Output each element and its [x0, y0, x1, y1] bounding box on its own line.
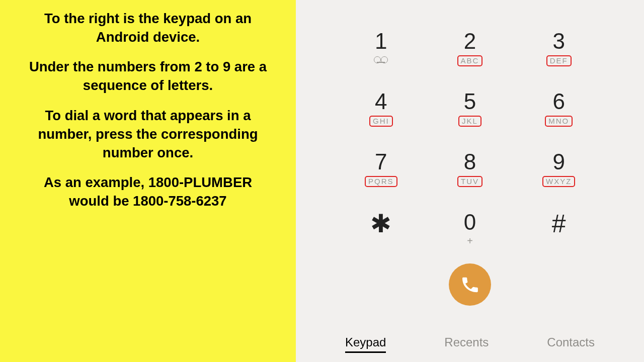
- instructions-panel: To the right is the keypad on an Android…: [0, 0, 296, 362]
- phone-keypad-screen: 1 2 ABC 3 DEF 4 GHI 5 JKL 6 MNO: [296, 0, 644, 362]
- digit-8: 8: [464, 151, 476, 173]
- letters-3: DEF: [546, 55, 572, 66]
- letters-9: WXYZ: [542, 176, 575, 187]
- key-3[interactable]: 3 DEF: [514, 30, 603, 78]
- letters-5: JKL: [458, 116, 481, 127]
- key-1[interactable]: 1: [337, 30, 426, 78]
- bottom-tabs: Keypad Recents Contacts: [296, 335, 644, 353]
- instruction-line-3: To dial a word that appears in a number,…: [22, 106, 274, 162]
- key-9[interactable]: 9 WXYZ: [514, 151, 603, 199]
- key-6[interactable]: 6 MNO: [514, 90, 603, 139]
- phone-icon: [460, 275, 480, 295]
- call-button[interactable]: [449, 263, 491, 306]
- letters-7: PQRS: [365, 176, 397, 187]
- symbol-star: ✱: [370, 211, 391, 236]
- key-2[interactable]: 2 ABC: [426, 30, 515, 78]
- key-5[interactable]: 5 JKL: [426, 90, 515, 139]
- key-hash[interactable]: #: [514, 211, 603, 259]
- digit-2: 2: [464, 30, 476, 52]
- letters-4: GHI: [369, 116, 393, 127]
- digit-6: 6: [552, 90, 565, 113]
- digit-5: 5: [464, 90, 476, 113]
- tab-keypad[interactable]: Keypad: [345, 335, 386, 353]
- instruction-line-2: Under the numbers from 2 to 9 are a sequ…: [22, 57, 274, 95]
- key-8[interactable]: 8 TUV: [426, 151, 515, 199]
- instruction-line-1: To the right is the keypad on an Android…: [22, 9, 274, 46]
- key-7[interactable]: 7 PQRS: [337, 151, 426, 199]
- digit-3: 3: [552, 30, 565, 52]
- key-4[interactable]: 4 GHI: [337, 90, 426, 139]
- digit-0: 0: [464, 211, 476, 233]
- key-0[interactable]: 0 +: [426, 211, 515, 259]
- key-star[interactable]: ✱: [337, 211, 426, 259]
- tab-recents[interactable]: Recents: [444, 335, 489, 353]
- letters-6: MNO: [545, 116, 573, 127]
- keypad-grid: 1 2 ABC 3 DEF 4 GHI 5 JKL 6 MNO: [337, 30, 603, 259]
- digit-7: 7: [375, 151, 387, 173]
- plus-sign: +: [467, 235, 473, 247]
- voicemail-icon: [374, 56, 388, 63]
- digit-1: 1: [375, 30, 387, 52]
- symbol-hash: #: [552, 211, 566, 236]
- digit-4: 4: [375, 90, 387, 113]
- letters-8: TUV: [457, 176, 482, 187]
- letters-2: ABC: [457, 55, 483, 66]
- instruction-line-4: As an example, 1800-PLUMBER would be 180…: [22, 173, 274, 210]
- tab-contacts[interactable]: Contacts: [547, 335, 595, 353]
- digit-9: 9: [552, 151, 565, 173]
